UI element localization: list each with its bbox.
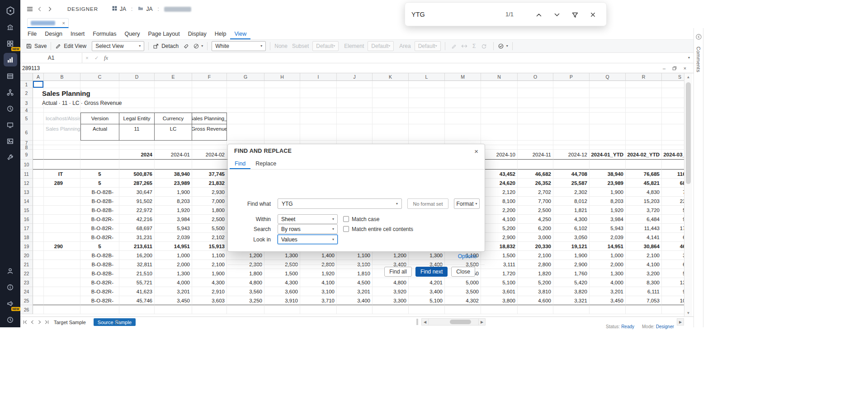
expand-formula-bar-icon[interactable]: ▾ [688, 56, 690, 60]
cell[interactable] [481, 305, 518, 314]
cell[interactable]: 1,900 [590, 188, 626, 197]
cell[interactable]: 15,913 [192, 242, 227, 251]
menu-item-insert[interactable]: Insert [66, 28, 89, 39]
column-header-Q[interactable]: Q [590, 73, 626, 81]
within-dropdown[interactable]: Sheet▾ [278, 214, 338, 224]
cell[interactable]: 290 [44, 242, 80, 251]
formula-input[interactable] [111, 53, 688, 63]
cell[interactable] [119, 305, 155, 314]
cell[interactable]: 4,300 [553, 215, 590, 224]
cell[interactable]: B-O-82R- [80, 287, 119, 296]
cell[interactable] [119, 141, 155, 145]
cell[interactable]: 2024-01_YTD [590, 150, 626, 160]
confirm-entry-icon[interactable]: ✓ [92, 53, 101, 63]
cell[interactable] [33, 278, 44, 287]
cell[interactable] [192, 160, 227, 170]
cell[interactable] [227, 305, 264, 314]
menu-item-design[interactable]: Design [41, 28, 66, 39]
cell[interactable] [518, 160, 553, 170]
cell[interactable]: 3,201 [590, 287, 626, 296]
row-header-22[interactable]: 22 [20, 269, 33, 278]
cell[interactable]: 2,500 [192, 215, 227, 224]
sidebar-item-presentation[interactable] [4, 118, 17, 132]
cell[interactable] [590, 305, 626, 314]
column-header-B[interactable]: B [44, 73, 80, 81]
cell[interactable] [409, 108, 445, 113]
cell[interactable]: 55,721 [119, 278, 155, 287]
row-header-3[interactable]: 3 [20, 98, 33, 108]
cell[interactable] [481, 113, 518, 124]
cell[interactable] [337, 113, 373, 124]
sum-icon[interactable]: Σ [469, 41, 479, 51]
cell[interactable]: 76,685 [626, 170, 662, 179]
cell[interactable] [44, 197, 80, 206]
cell[interactable]: 5 [80, 179, 119, 188]
cell[interactable]: 11,443 [626, 224, 662, 233]
scroll-right-pane-icon[interactable]: ▶ [677, 318, 684, 326]
cell[interactable] [662, 145, 684, 150]
column-header-K[interactable]: K [373, 73, 409, 81]
cell[interactable]: 42,216 [119, 215, 155, 224]
cell[interactable] [300, 81, 337, 88]
cell[interactable]: B-O-82B- [80, 251, 119, 260]
cell[interactable]: 2,000 [590, 260, 626, 269]
cell[interactable]: 3,000 [518, 233, 553, 242]
cell[interactable] [553, 160, 590, 170]
cell[interactable] [44, 287, 80, 296]
close-find-icon[interactable] [588, 10, 598, 19]
sidebar-item-info[interactable] [4, 280, 17, 294]
cell[interactable] [409, 124, 445, 141]
cell[interactable] [445, 108, 481, 113]
cell[interactable]: localhost/Alssisted [44, 113, 80, 124]
cell[interactable] [44, 160, 80, 170]
cell[interactable] [518, 98, 553, 108]
menu-item-formulas[interactable]: Formulas [89, 28, 120, 39]
cell[interactable] [481, 160, 518, 170]
column-header-S[interactable]: S [662, 73, 684, 81]
row-header-20[interactable]: 20 [20, 251, 33, 260]
cell[interactable] [227, 98, 264, 108]
cell[interactable]: 5,620 [662, 206, 684, 215]
cell[interactable]: 41,623 [119, 287, 155, 296]
cell[interactable] [518, 108, 553, 113]
cell[interactable]: B-O-82B- [80, 197, 119, 206]
cell[interactable] [33, 215, 44, 224]
cell[interactable] [518, 305, 553, 314]
cell[interactable] [33, 188, 44, 197]
cell[interactable] [662, 113, 684, 124]
cell[interactable] [155, 141, 192, 145]
cell[interactable] [33, 260, 44, 269]
cell[interactable] [44, 224, 80, 233]
tab-replace[interactable]: Replace [250, 158, 281, 169]
cell[interactable] [33, 296, 44, 305]
cell[interactable]: B-O-82B- [80, 188, 119, 197]
find-next-button[interactable]: Find next [415, 267, 448, 277]
cell[interactable]: 1,100 [192, 251, 227, 260]
cell[interactable]: 31,231 [119, 233, 155, 242]
look-in-dropdown[interactable]: Values▾ [278, 235, 338, 244]
cell[interactable] [33, 233, 44, 242]
cell[interactable]: 43,452 [481, 170, 518, 179]
column-header-R[interactable]: R [626, 73, 662, 81]
cell[interactable]: 1,000 [590, 251, 626, 260]
sidebar-item-profile[interactable] [4, 264, 17, 278]
sidebar-item-analysis[interactable] [4, 53, 17, 66]
cell[interactable]: 5 [80, 170, 119, 179]
cell[interactable] [33, 150, 44, 160]
cell[interactable]: 7,000 [192, 197, 227, 206]
cell[interactable] [409, 113, 445, 124]
cell[interactable] [192, 145, 227, 150]
cell[interactable]: 2,302 [553, 188, 590, 197]
cell[interactable] [80, 145, 119, 150]
cell[interactable]: 14,951 [590, 242, 626, 251]
sidebar-item-whats-new[interactable]: NEW [4, 297, 17, 310]
cell[interactable]: 5,943 [155, 224, 192, 233]
format-button[interactable]: Format▾ [454, 198, 480, 209]
cell[interactable]: 4,201 [409, 278, 445, 287]
cell[interactable] [481, 141, 518, 145]
cell[interactable]: 6,484 [626, 215, 662, 224]
cell[interactable]: 3,820 [553, 287, 590, 296]
cell[interactable]: 3,720 [626, 206, 662, 215]
cell[interactable] [662, 124, 684, 141]
cell[interactable]: 3,560 [227, 287, 264, 296]
